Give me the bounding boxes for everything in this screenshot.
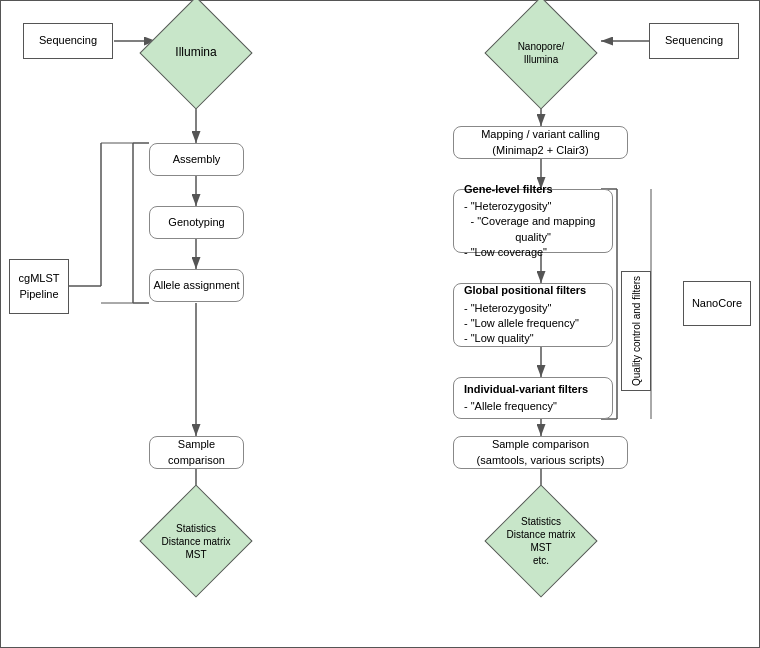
individual-variant-title: Individual-variant filters bbox=[464, 382, 588, 397]
output-right-diamond-wrapper: Statistics Distance matrix MST etc. bbox=[501, 501, 581, 581]
allele-assignment-box: Allele assignment bbox=[149, 269, 244, 302]
qc-label-box: Quality control and filters bbox=[621, 271, 651, 391]
global-positional-item1: - "Heterozygosity" bbox=[464, 301, 551, 316]
cgmlst-pipeline-box: cgMLST Pipeline bbox=[9, 259, 69, 314]
sequencing-left-box: Sequencing bbox=[23, 23, 113, 59]
sequencing-left-label: Sequencing bbox=[39, 33, 97, 48]
genotyping-box: Genotyping bbox=[149, 206, 244, 239]
illumina-diamond-wrapper: Illumina bbox=[156, 13, 236, 93]
cgmlst-label: cgMLST Pipeline bbox=[19, 271, 60, 302]
gene-level-item3: - "Low coverage" bbox=[464, 245, 547, 260]
output-right-label: Statistics Distance matrix MST etc. bbox=[501, 501, 581, 581]
output-left-label: Statistics Distance matrix MST bbox=[156, 501, 236, 581]
gene-level-item1: - "Heterozygosity" bbox=[464, 199, 551, 214]
global-positional-filters-box: Global positional filters - "Heterozygos… bbox=[453, 283, 613, 347]
gene-level-title: Gene-level filters bbox=[464, 182, 553, 197]
mapping-box: Mapping / variant calling (Minimap2 + Cl… bbox=[453, 126, 628, 159]
global-positional-item2: - "Low allele frequency" bbox=[464, 316, 579, 331]
qc-label: Quality control and filters bbox=[631, 276, 642, 386]
gene-level-item2: - "Coverage and mapping quality" bbox=[464, 214, 602, 245]
sequencing-right-label: Sequencing bbox=[665, 33, 723, 48]
assembly-box: Assembly bbox=[149, 143, 244, 176]
illumina-label: Illumina bbox=[156, 13, 236, 93]
nanocore-box: NanoCore bbox=[683, 281, 751, 326]
genotyping-label: Genotyping bbox=[168, 215, 224, 230]
output-left-diamond-wrapper: Statistics Distance matrix MST bbox=[156, 501, 236, 581]
nanopore-diamond-wrapper: Nanopore/ Illumina bbox=[501, 13, 581, 93]
sample-comparison-right-box: Sample comparison (samtools, various scr… bbox=[453, 436, 628, 469]
sample-comparison-left-label: Sample comparison bbox=[150, 437, 243, 468]
assembly-label: Assembly bbox=[173, 152, 221, 167]
nanocore-label: NanoCore bbox=[692, 296, 742, 311]
allele-assignment-label: Allele assignment bbox=[153, 278, 239, 293]
individual-variant-item1: - "Allele frequency" bbox=[464, 399, 557, 414]
global-positional-title: Global positional filters bbox=[464, 283, 586, 298]
diagram-container: Sequencing Illumina Assembly Genotyping … bbox=[0, 0, 760, 648]
nanopore-label: Nanopore/ Illumina bbox=[501, 13, 581, 93]
sample-comparison-left-box: Sample comparison bbox=[149, 436, 244, 469]
mapping-label: Mapping / variant calling (Minimap2 + Cl… bbox=[481, 127, 600, 158]
global-positional-item3: - "Low quality" bbox=[464, 331, 534, 346]
individual-variant-filters-box: Individual-variant filters - "Allele fre… bbox=[453, 377, 613, 419]
gene-level-filters-box: Gene-level filters - "Heterozygosity" - … bbox=[453, 189, 613, 253]
sample-comparison-right-label: Sample comparison (samtools, various scr… bbox=[477, 437, 605, 468]
sequencing-right-box: Sequencing bbox=[649, 23, 739, 59]
